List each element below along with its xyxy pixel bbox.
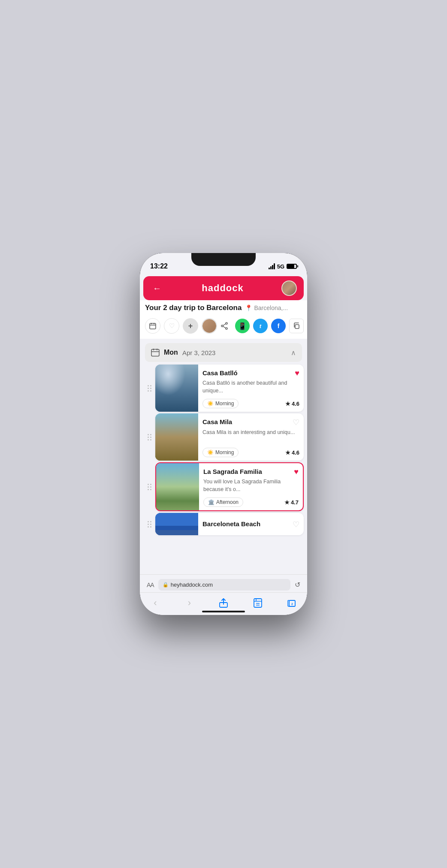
barceloneta-illustration <box>155 513 198 535</box>
rating-value-sagrada: 4.7 <box>291 499 299 506</box>
svg-rect-42 <box>164 489 191 510</box>
url-bar[interactable]: 🔒 heyhaddock.com <box>158 579 290 591</box>
rating-sagrada: ★ 4.7 <box>284 499 299 506</box>
drag-handle-sagrada[interactable] <box>143 462 155 511</box>
home-indicator <box>202 611 245 612</box>
place-desc-mila: Casa Mila is an interesting and uniqu... <box>202 429 299 446</box>
time-badge-sagrada[interactable]: 🏛️ Afternoon <box>203 497 243 507</box>
day-header[interactable]: Mon Apr 3, 2023 ∧ <box>145 343 302 362</box>
whatsapp-button[interactable]: 📱 <box>235 319 250 333</box>
forward-nav-button[interactable]: › <box>183 596 196 610</box>
url-text: heyhaddock.com <box>171 582 213 588</box>
copy-button[interactable] <box>289 319 304 333</box>
drag-handle-mila[interactable] <box>143 413 155 461</box>
mila-illustration <box>155 413 198 461</box>
phone-frame: 13:22 5G ← haddock <box>140 253 307 615</box>
twitter-button[interactable]: t <box>253 319 268 333</box>
place-image-mila <box>155 413 198 461</box>
drag-dots-icon-barceloneta <box>148 521 151 527</box>
bookmarks-button[interactable] <box>251 596 265 610</box>
svg-rect-20 <box>172 382 177 388</box>
drag-handle-barceloneta[interactable] <box>143 513 155 535</box>
back-button[interactable]: ← <box>150 281 164 295</box>
favorite-button[interactable]: ♡ <box>164 318 179 334</box>
favorite-batllo-button[interactable]: ♥ <box>295 369 299 378</box>
svg-rect-51 <box>254 599 262 607</box>
battery-icon <box>287 264 297 269</box>
time-label-sagrada: Afternoon <box>216 499 239 505</box>
place-name-sagrada: La Sagrada Familia <box>203 467 291 476</box>
back-nav-button[interactable]: ‹ <box>148 596 162 610</box>
copy-icon <box>293 322 300 329</box>
calendar-button[interactable] <box>145 318 160 334</box>
phone-screen: 13:22 5G ← haddock <box>140 253 307 615</box>
whatsapp-icon: 📱 <box>238 322 247 330</box>
svg-rect-46 <box>160 504 195 510</box>
app-content: ← haddock Your 2 day trip to Barcelona 📍… <box>140 274 307 615</box>
time-badge-mila[interactable]: ☀️ Morning <box>202 448 239 457</box>
favorite-mila-button[interactable]: ♡ <box>293 418 299 427</box>
place-bottom-sagrada: 🏛️ Afternoon ★ 4.7 <box>203 497 299 507</box>
text-size-button[interactable]: AA <box>147 582 154 588</box>
svg-rect-19 <box>164 382 169 388</box>
action-right: 📱 t f <box>217 319 304 333</box>
svg-rect-45 <box>184 491 190 500</box>
place-image-sagrada <box>156 463 199 510</box>
svg-rect-23 <box>172 391 177 398</box>
place-desc-sagrada: You will love La Sagrada Familia because… <box>203 478 299 496</box>
tabs-button[interactable]: 2 <box>285 596 299 610</box>
facebook-button[interactable]: f <box>271 319 286 333</box>
reload-button[interactable]: ↺ <box>295 581 300 589</box>
svg-rect-9 <box>295 325 299 329</box>
svg-marker-41 <box>183 473 186 479</box>
svg-rect-15 <box>160 377 194 412</box>
place-card-sagrada[interactable]: La Sagrada Familia ♥ You will love La Sa… <box>155 462 304 511</box>
svg-rect-40 <box>183 477 186 500</box>
signal-bars-icon <box>269 263 275 269</box>
time-badge-batllo[interactable]: ☀️ Morning <box>202 399 239 408</box>
place-info-batllo: Casa Batlló ♥ Casa Batlló is another bea… <box>198 365 304 412</box>
user-avatar[interactable] <box>281 280 297 296</box>
traveler-avatar[interactable] <box>202 318 217 334</box>
star-icon-sagrada: ★ <box>284 499 290 506</box>
svg-rect-25 <box>155 413 198 461</box>
twitter-icon: t <box>260 323 261 329</box>
place-card-barceloneta[interactable]: Barceloneta Beach ♡ <box>155 513 304 535</box>
page-title: Your 2 day trip to Barcelona <box>145 304 242 312</box>
favorite-barceloneta-button[interactable]: ♡ <box>293 520 299 529</box>
svg-point-5 <box>226 328 227 329</box>
time-label-batllo: Morning <box>215 401 234 407</box>
avatar-image <box>282 281 296 295</box>
svg-rect-32 <box>156 463 199 510</box>
place-image-barceloneta <box>155 513 198 535</box>
scroll-content[interactable]: Mon Apr 3, 2023 ∧ <box>140 339 307 574</box>
drag-handle[interactable] <box>143 365 155 412</box>
favorite-sagrada-button[interactable]: ♥ <box>294 467 299 476</box>
share-button[interactable] <box>217 319 232 333</box>
forward-nav-icon: › <box>188 597 191 609</box>
places-list: Casa Batlló ♥ Casa Batlló is another bea… <box>140 365 307 540</box>
place-card-batllo[interactable]: Casa Batlló ♥ Casa Batlló is another bea… <box>155 365 304 412</box>
place-image-batllo <box>155 365 198 412</box>
share-icon <box>220 322 228 330</box>
svg-rect-38 <box>166 475 169 500</box>
place-top-sagrada: La Sagrada Familia ♥ <box>203 467 299 476</box>
status-time: 13:22 <box>150 262 168 270</box>
app-logo: haddock <box>202 283 243 294</box>
drag-dots-icon <box>148 385 151 392</box>
share-nav-button[interactable] <box>217 596 230 610</box>
place-card-mila[interactable]: Casa Mila ♡ Casa Mila is an interesting … <box>155 413 304 461</box>
rating-value-batllo: 4.6 <box>292 401 299 407</box>
svg-rect-31 <box>155 456 198 461</box>
add-traveler-button[interactable]: + <box>183 318 198 334</box>
title-section: Your 2 day trip to Barcelona 📍 Barcelona… <box>140 300 307 339</box>
tabs-icon: 2 <box>287 599 296 607</box>
svg-rect-26 <box>162 443 165 447</box>
svg-point-6 <box>221 325 223 327</box>
bookmarks-icon <box>254 598 262 608</box>
sagrada-illustration <box>156 463 199 510</box>
afternoon-icon: 🏛️ <box>208 499 214 505</box>
place-top-mila: Casa Mila ♡ <box>202 418 299 427</box>
facebook-icon: f <box>278 322 280 329</box>
svg-rect-29 <box>181 443 184 447</box>
